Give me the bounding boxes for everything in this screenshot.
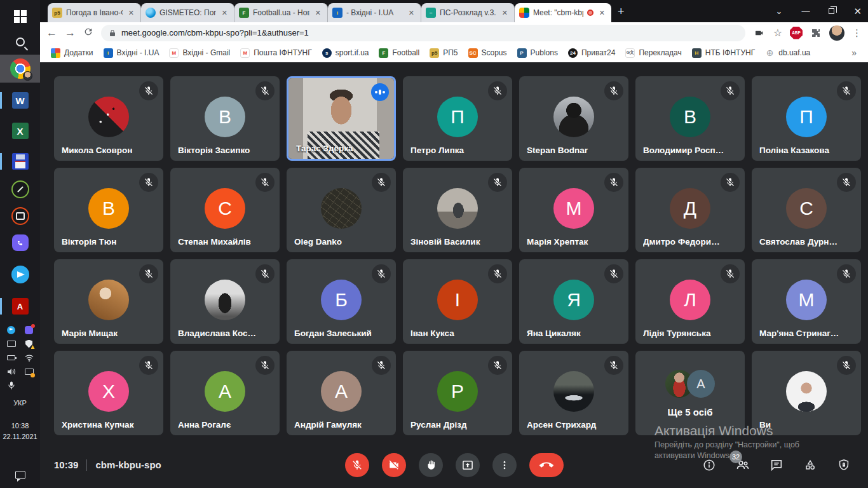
notification-center-icon[interactable] bbox=[15, 471, 25, 479]
extensions-puzzle-icon[interactable] bbox=[810, 27, 822, 39]
participant-tile[interactable]: ЯЯна Цикаляк bbox=[519, 259, 628, 344]
participant-tile[interactable]: ППетро Липка bbox=[403, 76, 512, 161]
browser-tab[interactable]: ~ПС-Розклад v.3.8.2✕ bbox=[421, 3, 515, 22]
taskbar-viber-button[interactable] bbox=[0, 230, 40, 255]
bookmark-item[interactable]: Додатки bbox=[46, 46, 98, 60]
browser-menu-icon[interactable]: ⋮ bbox=[852, 27, 862, 39]
new-tab-button[interactable]: + bbox=[618, 5, 625, 18]
taskbar-search-button[interactable] bbox=[0, 29, 40, 55]
leave-call-button[interactable] bbox=[529, 453, 564, 477]
meeting-details-button[interactable] bbox=[702, 458, 717, 473]
participant-tile[interactable]: ВВікторія Тюн bbox=[54, 168, 163, 252]
minimize-button[interactable]: — bbox=[801, 6, 810, 16]
tab-close-icon[interactable]: ✕ bbox=[597, 8, 607, 18]
forward-icon[interactable]: → bbox=[65, 27, 76, 38]
taskbar-save-app-button[interactable] bbox=[0, 149, 40, 174]
participant-tile[interactable]: ААнна Рогалє bbox=[170, 351, 280, 435]
screen-share-tray-icon[interactable] bbox=[25, 367, 34, 376]
participant-tile[interactable]: Микола Сковрон bbox=[54, 76, 163, 161]
address-bar[interactable]: meet.google.com/cbm-kbpu-spo?pli=1&authu… bbox=[101, 25, 745, 41]
bookmark-item[interactable]: SCScopus bbox=[464, 46, 512, 60]
taskbar-telegram-button[interactable] bbox=[0, 262, 40, 287]
participant-tile[interactable]: Тарас Здерка bbox=[287, 76, 396, 161]
bookmarks-overflow-icon[interactable]: » bbox=[846, 48, 862, 58]
participant-tile[interactable]: ММар'яна Стринаг… bbox=[752, 259, 861, 344]
microphone-tray-icon[interactable] bbox=[7, 381, 16, 390]
tab-close-icon[interactable]: ✕ bbox=[500, 8, 510, 18]
participant-tile[interactable]: ІІван Кукса bbox=[403, 259, 512, 344]
participant-tile[interactable]: ССвятослав Дурн… bbox=[752, 168, 861, 252]
browser-tab[interactable]: Meet: "cbm-kbp✕ bbox=[515, 3, 611, 22]
bookmark-item[interactable]: MВхідні - Gmail bbox=[165, 46, 234, 60]
monitor-tray-icon[interactable] bbox=[7, 339, 16, 348]
mic-toggle-button[interactable] bbox=[345, 453, 369, 477]
camera-in-use-icon[interactable] bbox=[753, 28, 766, 38]
participant-tile[interactable]: Oleg Danko bbox=[287, 168, 396, 252]
participant-tile[interactable]: Владислава Кос… bbox=[170, 259, 280, 344]
taskbar-acrobat-button[interactable]: A bbox=[0, 294, 40, 319]
participant-tile[interactable]: ССтепан Михайлів bbox=[170, 168, 280, 252]
taskbar-chrome-button[interactable] bbox=[0, 55, 40, 83]
back-icon[interactable]: ← bbox=[46, 27, 57, 38]
camera-toggle-button[interactable] bbox=[382, 453, 406, 477]
tab-close-icon[interactable]: ✕ bbox=[220, 8, 229, 18]
participant-tile[interactable]: Stepan Bodnar bbox=[519, 76, 628, 161]
participant-tile[interactable]: ВВолодимир Росп… bbox=[635, 76, 745, 161]
taskbar-excel-button[interactable]: X bbox=[0, 118, 40, 144]
participant-tile[interactable]: ДДмитро Федори… bbox=[635, 168, 745, 252]
participants-button[interactable]: 32 bbox=[735, 458, 750, 473]
participant-tile[interactable]: ППоліна Казакова bbox=[752, 76, 861, 161]
bookmark-item[interactable]: FFootball bbox=[374, 46, 424, 60]
bookmark-item[interactable]: G文Перекладач bbox=[621, 46, 686, 60]
participant-tile[interactable]: AЩе 5 осіб bbox=[635, 351, 745, 435]
participant-tile[interactable]: ХХристина Купчак bbox=[54, 351, 163, 435]
participant-tile[interactable]: Арсен Стрихард bbox=[519, 351, 628, 435]
battery-tray-icon[interactable] bbox=[7, 353, 16, 362]
bookmark-item[interactable]: р5РП5 bbox=[425, 46, 462, 60]
more-options-button[interactable] bbox=[492, 453, 517, 477]
taskbar-drawing-app-button[interactable] bbox=[0, 177, 40, 202]
taskbar-word-button[interactable]: W bbox=[0, 88, 40, 113]
bookmark-item[interactable]: ⊕db.uaf.ua bbox=[761, 46, 815, 60]
host-controls-button[interactable] bbox=[836, 458, 851, 473]
telegram-tray-icon[interactable] bbox=[7, 325, 16, 334]
participant-tile[interactable]: ММарія Хрептак bbox=[519, 168, 628, 252]
participant-tile[interactable]: Марія Мищак bbox=[54, 259, 163, 344]
wifi-tray-icon[interactable] bbox=[25, 353, 34, 362]
adblock-extension-icon[interactable]: ABP bbox=[790, 27, 803, 39]
viber-tray-icon[interactable] bbox=[25, 325, 34, 334]
bookmark-item[interactable]: ssport.if.ua bbox=[318, 46, 374, 60]
taskbar-clock[interactable]: 10:3822.11.2021 bbox=[3, 421, 37, 442]
tab-close-icon[interactable]: ✕ bbox=[126, 8, 136, 18]
reload-icon[interactable] bbox=[83, 27, 93, 39]
activities-button[interactable] bbox=[803, 458, 818, 473]
participant-tile[interactable]: ББогдан Залеський bbox=[287, 259, 396, 344]
volume-tray-icon[interactable] bbox=[7, 367, 16, 376]
bookmark-item[interactable]: iВхідні - I.UA bbox=[99, 46, 164, 60]
present-screen-button[interactable] bbox=[456, 453, 480, 477]
participant-tile[interactable]: Ви bbox=[752, 351, 861, 435]
participant-tile[interactable]: ВВікторія Засипко bbox=[170, 76, 280, 161]
participant-tile[interactable]: ААндрій Гамуляк bbox=[287, 351, 396, 435]
bookmark-item[interactable]: 24Приват24 bbox=[564, 46, 620, 60]
participant-tile[interactable]: Зіновій Василик bbox=[403, 168, 512, 252]
defender-tray-icon[interactable] bbox=[25, 339, 34, 348]
close-window-button[interactable]: ✕ bbox=[853, 6, 862, 17]
restore-button[interactable] bbox=[829, 8, 834, 14]
tab-close-icon[interactable]: ✕ bbox=[407, 8, 416, 18]
tab-search-chevron-icon[interactable]: ⌄ bbox=[776, 6, 783, 16]
taskbar-camera-app-button[interactable] bbox=[0, 203, 40, 229]
participant-tile[interactable]: РРуслан Дрізд bbox=[403, 351, 512, 435]
browser-tab[interactable]: FFootball.ua - Новос✕ bbox=[234, 3, 328, 22]
bookmark-item[interactable]: ННТБ ІФНТУНГ bbox=[688, 46, 759, 60]
start-button[interactable] bbox=[0, 4, 40, 29]
language-indicator[interactable]: УКР bbox=[13, 399, 27, 407]
bookmark-item[interactable]: MПошта ІФНТУНГ bbox=[236, 46, 316, 60]
audio-activity-indicator[interactable] bbox=[371, 83, 389, 101]
browser-tab[interactable]: р5Погода в Івано-Фра✕ bbox=[48, 3, 141, 22]
raise-hand-button[interactable] bbox=[419, 453, 443, 477]
participant-tile[interactable]: ЛЛідія Турянська bbox=[635, 259, 745, 344]
browser-tab[interactable]: i- Вхідні - I.UA✕ bbox=[328, 3, 421, 22]
bookmark-item[interactable]: PPublons bbox=[513, 46, 562, 60]
browser-tab[interactable]: GISMETEO: Погода✕ bbox=[141, 3, 234, 22]
